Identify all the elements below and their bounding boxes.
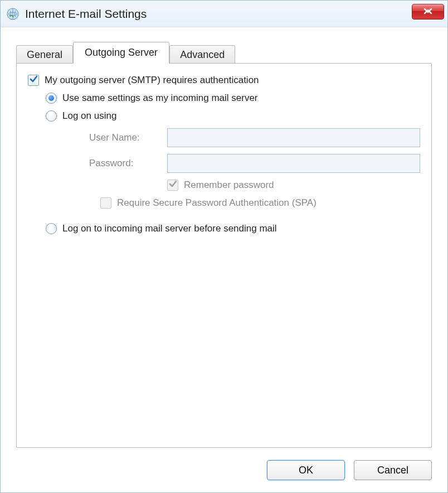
tab-container: General Outgoing Server Advanced My outg… — [1, 27, 447, 448]
close-icon — [423, 6, 433, 17]
require-spa-row: Require Secure Password Authentication (… — [100, 197, 420, 209]
radio-dot-icon — [48, 95, 54, 101]
password-input[interactable] — [167, 154, 420, 173]
password-row: Password: — [89, 154, 420, 173]
internet-email-settings-dialog: Internet E-mail Settings General Outgoin… — [0, 0, 448, 493]
tab-outgoing-server[interactable]: Outgoing Server — [73, 42, 169, 64]
use-same-settings-row: Use same settings as my incoming mail se… — [46, 93, 420, 104]
logon-incoming-label: Log on to incoming mail server before se… — [62, 223, 277, 234]
remember-password-checkbox[interactable] — [167, 180, 178, 191]
requires-auth-row: My outgoing server (SMTP) requires authe… — [28, 75, 420, 86]
use-same-settings-label: Use same settings as my incoming mail se… — [62, 93, 258, 104]
tab-general[interactable]: General — [16, 45, 73, 64]
require-spa-checkbox[interactable] — [100, 197, 111, 209]
requires-auth-checkbox[interactable] — [28, 75, 39, 86]
password-label: Password: — [89, 158, 167, 169]
username-input[interactable] — [167, 128, 420, 147]
use-same-settings-radio[interactable] — [46, 93, 57, 104]
tab-panel-outgoing-server: My outgoing server (SMTP) requires authe… — [16, 63, 432, 448]
logon-incoming-row: Log on to incoming mail server before se… — [46, 223, 420, 234]
logon-using-row: Log on using — [46, 110, 420, 122]
ok-button[interactable]: OK — [267, 460, 345, 480]
tab-strip: General Outgoing Server Advanced — [16, 42, 432, 64]
window-title: Internet E-mail Settings — [25, 7, 147, 21]
remember-password-row: Remember password — [167, 180, 420, 191]
remember-password-label: Remember password — [184, 180, 274, 191]
requires-auth-label: My outgoing server (SMTP) requires authe… — [45, 75, 259, 86]
app-icon — [6, 7, 20, 21]
logon-incoming-radio[interactable] — [46, 223, 57, 234]
logon-using-radio[interactable] — [46, 110, 57, 122]
require-spa-label: Require Secure Password Authentication (… — [117, 197, 316, 209]
logon-using-label: Log on using — [62, 110, 116, 122]
username-row: User Name: — [89, 128, 420, 147]
close-button[interactable] — [412, 4, 444, 20]
checkmark-icon — [30, 75, 37, 86]
tab-advanced[interactable]: Advanced — [169, 45, 235, 64]
username-label: User Name: — [89, 132, 167, 143]
checkmark-icon — [169, 180, 177, 191]
dialog-buttons: OK Cancel — [267, 460, 432, 480]
titlebar: Internet E-mail Settings — [1, 1, 447, 27]
cancel-button[interactable]: Cancel — [354, 460, 432, 480]
